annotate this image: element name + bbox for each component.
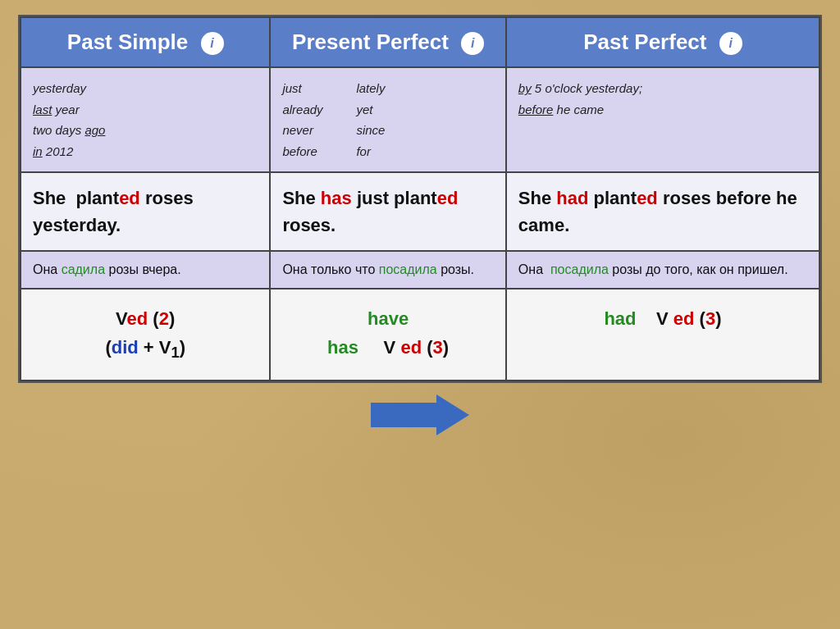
header-past-simple: Past Simple i (21, 17, 270, 67)
formula-green-has: has (327, 337, 358, 358)
red-had: had (556, 188, 588, 208)
eng-present-perfect: She has just planted roses. (270, 172, 505, 251)
header-present-perfect: Present Perfect i (270, 17, 505, 67)
red-ed-1: ed (119, 188, 140, 208)
info-icon-1[interactable]: i (201, 32, 224, 55)
rus-past-perfect: Она посадила розы до того, как он пришел… (506, 251, 819, 289)
arrow-container (371, 394, 469, 435)
svg-marker-0 (371, 394, 469, 435)
green-posadila-2: посадила (550, 262, 609, 276)
formula-blue-did: did (112, 337, 139, 358)
formula-num-3a: 3 (433, 337, 443, 358)
header-row: Past Simple i Present Perfect i Past Per… (21, 17, 819, 67)
formula-past-perfect: had V ed (3) (506, 289, 819, 381)
rus-present-perfect: Она только что посадила розы. (270, 251, 505, 289)
signal-past-simple: yesterday last year two days ago in 2012 (21, 67, 270, 172)
info-icon-2[interactable]: i (461, 32, 484, 55)
signal-words-row: yesterday last year two days ago in 2012… (21, 67, 819, 172)
formula-red-ed-3: ed (673, 308, 695, 329)
green-posadila-1: посадила (379, 262, 437, 276)
eng-past-perfect: She had planted roses before he came. (506, 172, 819, 251)
formula-green-have: have (368, 308, 409, 329)
formula-green-had: had (604, 308, 636, 329)
eng-past-simple: She planted roses yesterday. (21, 172, 270, 251)
signal-past-perfect: by 5 o'clock yesterday; before he came (506, 67, 819, 172)
formula-present-perfect: have has V ed (3) (270, 289, 505, 381)
red-ed-2: ed (437, 188, 459, 208)
english-sentence-row: She planted roses yesterday. She has jus… (21, 172, 819, 251)
right-arrow-icon (371, 394, 469, 435)
formula-red-ed-1: ed (127, 308, 148, 329)
signal-present-perfect: just already never before lately yet sin… (270, 67, 505, 172)
rus-past-simple: Она садила розы вчера. (21, 251, 270, 289)
main-table: Past Simple i Present Perfect i Past Per… (18, 15, 822, 383)
red-has: has (321, 188, 352, 208)
formula-row: Ved (2) (did + V1) have has V ed (3) had… (21, 289, 819, 381)
red-ed-3: ed (637, 188, 658, 208)
formula-num-3b: 3 (705, 308, 715, 329)
info-icon-3[interactable]: i (719, 32, 742, 55)
header-past-perfect: Past Perfect i (506, 17, 819, 67)
russian-row: Она садила розы вчера. Она только что по… (21, 251, 819, 289)
green-sadila: садила (62, 262, 105, 276)
formula-num-2: 2 (159, 308, 169, 329)
formula-red-ed-2: ed (400, 337, 422, 358)
formula-past-simple: Ved (2) (did + V1) (21, 289, 270, 381)
